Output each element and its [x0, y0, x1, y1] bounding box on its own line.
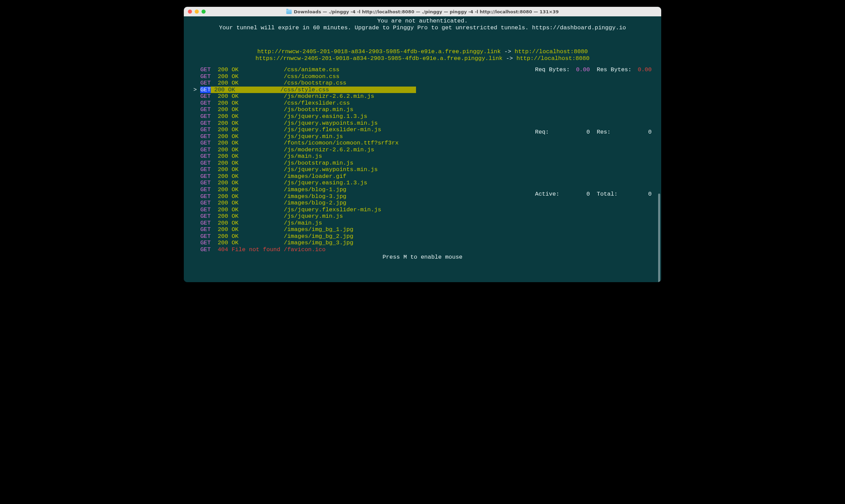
- request-path: /js/modernizr-2.6.2.min.js: [284, 147, 374, 153]
- row-marker: [193, 180, 200, 186]
- log-row[interactable]: GET 200OK /js/main.js: [193, 153, 416, 160]
- log-row[interactable]: GET 200OK /images/blog-2.jpg: [193, 200, 416, 207]
- log-row[interactable]: GET 200OK /js/jquery.flexslider-min.js: [193, 126, 416, 133]
- log-row[interactable]: GET 404File not found /favicon.ico: [193, 246, 416, 253]
- request-log[interactable]: GET 200OK /css/animate.css GET 200OK /cs…: [193, 66, 416, 253]
- http-method: GET: [200, 113, 214, 120]
- zoom-icon[interactable]: [202, 10, 206, 14]
- log-row[interactable]: GET 200OK /js/bootstrap.min.js: [193, 160, 416, 167]
- request-path: /css/flexslider.css: [284, 100, 350, 107]
- http-method: GET: [200, 240, 214, 246]
- http-status-text: OK: [232, 180, 284, 186]
- terminal-body[interactable]: You are not authenticated. Your tunnel w…: [184, 16, 661, 282]
- log-row[interactable]: GET 200OK /images/img_bg_2.jpg: [193, 233, 416, 240]
- request-path: /images/blog-2.jpg: [284, 200, 346, 207]
- request-path: /images/loader.gif: [284, 173, 346, 180]
- log-row[interactable]: > GET 200 OK /css/style.css: [193, 87, 416, 93]
- log-row[interactable]: GET 200OK /images/loader.gif: [193, 173, 416, 180]
- window-titlebar[interactable]: Downloads — ./pinggy -4 -l http://localh…: [184, 7, 661, 16]
- log-row[interactable]: GET 200OK /images/blog-3.jpg: [193, 193, 416, 200]
- tunnel-local-url: http://localhost:8080: [515, 48, 588, 55]
- http-status-code: 200: [218, 100, 232, 107]
- http-status-text: OK: [232, 80, 284, 87]
- log-row[interactable]: GET 200OK /js/modernizr-2.6.2.min.js: [193, 93, 416, 100]
- close-icon[interactable]: [188, 10, 192, 14]
- http-status-code: 200: [218, 193, 232, 200]
- http-status-text: OK: [232, 200, 284, 207]
- http-status-text: OK: [232, 173, 284, 180]
- http-status-code: 200: [218, 66, 232, 73]
- req-bytes-value: 0.00: [573, 66, 590, 128]
- log-row[interactable]: GET 200OK /js/bootstrap.min.js: [193, 106, 416, 113]
- log-row[interactable]: GET 200OK /js/jquery.waypoints.min.js: [193, 120, 416, 127]
- http-status-text: OK: [232, 73, 284, 80]
- res-bytes-label: Res Bytes:: [597, 66, 634, 128]
- http-status-code: 200: [218, 133, 232, 140]
- http-status-text: OK: [232, 140, 284, 147]
- http-status-text: OK: [232, 147, 284, 153]
- request-path: /js/jquery.flexslider-min.js: [284, 207, 381, 213]
- log-row[interactable]: GET 200OK /js/jquery.easing.1.3.js: [193, 113, 416, 120]
- log-row[interactable]: GET 200OK /images/blog-1.jpg: [193, 186, 416, 193]
- log-row[interactable]: GET 200OK /js/jquery.min.js: [193, 133, 416, 140]
- log-row[interactable]: GET 200OK /css/icomoon.css: [193, 73, 416, 80]
- scrollbar-thumb[interactable]: [658, 194, 660, 282]
- http-method: GET: [200, 100, 214, 107]
- http-method: GET: [200, 160, 214, 167]
- http-status-code: 200: [218, 126, 232, 133]
- http-method: GET: [200, 246, 214, 253]
- log-row[interactable]: GET 200OK /images/img_bg_1.jpg: [193, 226, 416, 233]
- row-marker: [193, 66, 200, 73]
- row-marker: [193, 120, 200, 127]
- row-marker: [193, 126, 200, 133]
- row-marker: [193, 147, 200, 153]
- minimize-icon[interactable]: [195, 10, 199, 14]
- log-row[interactable]: GET 200OK /css/flexslider.css: [193, 100, 416, 107]
- http-status-code: 200: [218, 73, 232, 80]
- log-row[interactable]: GET 200OK /js/main.js: [193, 220, 416, 227]
- log-row[interactable]: GET 200OK /css/bootstrap.css: [193, 80, 416, 87]
- request-path: /js/jquery.flexslider-min.js: [284, 126, 381, 133]
- request-path: /js/main.js: [284, 220, 322, 227]
- http-status-text: OK: [232, 113, 284, 120]
- log-row[interactable]: GET 200OK /js/jquery.waypoints.min.js: [193, 166, 416, 173]
- log-row[interactable]: GET 200OK /fonts/icomoon/icomoon.ttf?srf…: [193, 140, 416, 147]
- http-method: GET: [200, 106, 214, 113]
- http-method: GET: [200, 166, 214, 173]
- row-marker: [193, 133, 200, 140]
- row-marker: >: [193, 87, 200, 93]
- log-row[interactable]: GET 200OK /css/animate.css: [193, 66, 416, 73]
- http-status-text: OK: [232, 207, 284, 213]
- http-method: GET: [200, 80, 214, 87]
- log-row[interactable]: GET 200OK /js/modernizr-2.6.2.min.js: [193, 147, 416, 153]
- row-marker: [193, 166, 200, 173]
- http-status-code: 200: [218, 180, 232, 186]
- http-status-code: 200: [218, 153, 232, 160]
- row-marker: [193, 213, 200, 220]
- http-method: GET: [200, 126, 214, 133]
- http-status-text: OK: [232, 220, 284, 227]
- http-method: GET: [200, 200, 214, 207]
- folder-icon: [286, 10, 292, 14]
- http-method: GET: [200, 140, 214, 147]
- row-marker: [193, 246, 200, 253]
- request-path: /js/jquery.easing.1.3.js: [284, 180, 367, 186]
- http-status-text: OK: [232, 133, 284, 140]
- log-row[interactable]: GET 200OK /js/jquery.easing.1.3.js: [193, 180, 416, 186]
- window-title-text: Downloads — ./pinggy -4 -l http://localh…: [294, 9, 559, 14]
- request-path: /js/bootstrap.min.js: [284, 106, 353, 113]
- footer-hint: Press M to enable mouse: [184, 254, 661, 261]
- request-path: /images/blog-3.jpg: [284, 193, 346, 200]
- request-path: /images/img_bg_1.jpg: [284, 226, 353, 233]
- http-method: GET: [200, 133, 214, 140]
- row-marker: [193, 153, 200, 160]
- row-marker: [193, 200, 200, 207]
- request-path: /favicon.ico: [284, 246, 325, 253]
- log-row[interactable]: GET 200OK /js/jquery.flexslider-min.js: [193, 207, 416, 213]
- req-bytes-label: Req Bytes:: [535, 66, 573, 128]
- tunnel-mappings: http://rnwcw-2405-201-9018-a834-2903-598…: [184, 48, 661, 62]
- log-row[interactable]: GET 200OK /js/jquery.min.js: [193, 213, 416, 220]
- http-status-code: 200: [218, 166, 232, 173]
- res-bytes-value: 0.00: [634, 66, 652, 128]
- log-row[interactable]: GET 200OK /images/img_bg_3.jpg: [193, 240, 416, 246]
